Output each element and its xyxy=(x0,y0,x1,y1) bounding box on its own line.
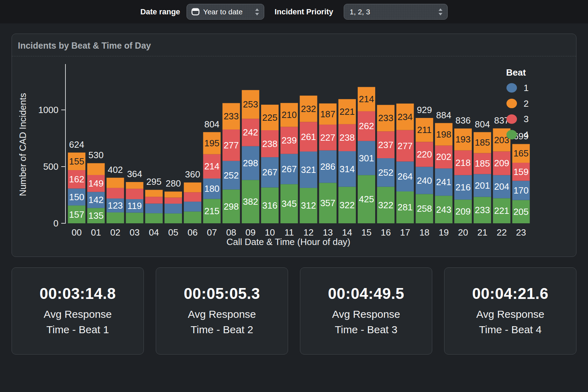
segment-label: 277 xyxy=(398,141,413,151)
legend-label[interactable]: 1 xyxy=(524,83,528,93)
stat-label: Avg Response Time - Beat 3 xyxy=(324,307,408,337)
bar-segment-01-beat2[interactable] xyxy=(87,163,105,175)
bar-total-label: 836 xyxy=(455,115,470,126)
bar-segment-05-beat3[interactable] xyxy=(164,197,182,203)
legend-label[interactable]: 2 xyxy=(524,98,528,109)
legend-swatch-beat-3[interactable] xyxy=(506,114,517,124)
x-tick-label: 06 xyxy=(188,227,198,238)
stat-card-beat-3: 00:04:49.5 Avg Response Time - Beat 3 xyxy=(300,267,432,355)
segment-label: 240 xyxy=(417,175,432,186)
segment-label: 345 xyxy=(282,198,297,209)
bar-total-label: 530 xyxy=(89,150,104,160)
bar-segment-06-beat2[interactable] xyxy=(184,182,201,192)
bar-segment-02-beat4[interactable] xyxy=(106,212,124,223)
bar-segment-06-beat3[interactable] xyxy=(184,192,201,202)
segment-label: 214 xyxy=(359,94,374,104)
segment-label: 239 xyxy=(282,135,297,146)
segment-label: 321 xyxy=(301,164,316,175)
segment-label: 382 xyxy=(243,196,258,207)
bar-segment-02-beat3[interactable] xyxy=(106,188,124,198)
updown-arrows-icon xyxy=(254,7,260,16)
segment-label: 209 xyxy=(455,206,470,217)
date-range-select[interactable]: Year to date xyxy=(187,4,264,20)
calendar-icon xyxy=(191,7,200,16)
segment-label: 237 xyxy=(378,140,393,150)
stacked-bar-chart: 05001000Number of CAD Incidents157150162… xyxy=(12,56,576,257)
segment-label: 262 xyxy=(359,121,374,131)
segment-label: 201 xyxy=(475,180,490,191)
bar-segment-02-beat2[interactable] xyxy=(106,178,124,188)
segment-label: 298 xyxy=(224,201,239,212)
segment-label: 234 xyxy=(398,112,413,122)
segment-label: 165 xyxy=(513,148,528,159)
bar-total-label: 929 xyxy=(417,105,432,115)
bar-segment-04-beat2[interactable] xyxy=(145,190,163,197)
bar-segment-04-beat3[interactable] xyxy=(145,197,163,203)
segment-label: 322 xyxy=(378,200,393,210)
x-tick-label: 19 xyxy=(439,227,449,238)
segment-label: 221 xyxy=(340,106,355,117)
bar-segment-05-beat2[interactable] xyxy=(164,191,182,197)
bar-segment-04-beat1[interactable] xyxy=(145,204,163,214)
x-tick-label: 15 xyxy=(362,227,372,238)
bar-segment-03-beat2[interactable] xyxy=(126,182,144,189)
segment-label: 202 xyxy=(436,152,451,162)
segment-label: 301 xyxy=(359,153,374,163)
segment-label: 298 xyxy=(243,158,258,168)
legend-label[interactable]: 4 xyxy=(524,130,528,140)
legend-swatch-beat-1[interactable] xyxy=(506,83,517,93)
segment-label: 233 xyxy=(224,111,239,121)
stat-card-beat-2: 00:05:05.3 Avg Response Time - Beat 2 xyxy=(156,267,288,355)
x-tick-label: 02 xyxy=(110,227,120,238)
segment-label: 267 xyxy=(262,167,277,177)
x-tick-label: 04 xyxy=(149,227,159,238)
bar-segment-05-beat1[interactable] xyxy=(164,204,182,214)
bar-total-label: 364 xyxy=(127,169,142,179)
bar-segment-06-beat1[interactable] xyxy=(184,202,201,211)
segment-label: 195 xyxy=(204,138,219,148)
stat-value: 00:03:14.8 xyxy=(40,285,116,302)
chart-svg: 05001000Number of CAD Incidents157150162… xyxy=(12,56,576,257)
segment-label: 314 xyxy=(340,164,355,174)
x-tick-label: 20 xyxy=(458,227,468,238)
x-tick-label: 18 xyxy=(419,227,429,238)
date-range-value: Year to date xyxy=(203,8,243,16)
segment-label: 316 xyxy=(262,200,277,211)
segment-label: 157 xyxy=(69,209,84,220)
x-tick-label: 21 xyxy=(477,227,488,238)
bar-segment-03-beat3[interactable] xyxy=(126,189,144,199)
bar-total-label: 804 xyxy=(475,119,490,130)
segment-label: 150 xyxy=(69,192,84,202)
date-range-label: Date range xyxy=(140,7,180,16)
incident-priority-select[interactable]: 1, 2, 3 xyxy=(344,4,448,20)
segment-label: 180 xyxy=(204,183,219,194)
chart-panel: Incidents by Beat & Time of Day 05001000… xyxy=(12,34,576,257)
x-tick-label: 17 xyxy=(400,227,410,238)
segment-label: 185 xyxy=(475,158,490,169)
bar-total-label: 295 xyxy=(146,176,161,187)
stat-cards-row: 00:03:14.8 Avg Response Time - Beat 1 00… xyxy=(12,267,576,355)
segment-label: 119 xyxy=(127,201,142,211)
bar-segment-04-beat4[interactable] xyxy=(145,213,163,223)
x-tick-label: 01 xyxy=(91,227,101,238)
stat-value: 00:04:49.5 xyxy=(328,285,404,302)
segment-label: 267 xyxy=(282,164,297,174)
bar-segment-03-beat4[interactable] xyxy=(126,213,144,223)
segment-label: 187 xyxy=(320,109,335,119)
segment-label: 322 xyxy=(340,200,355,210)
legend-swatch-beat-4[interactable] xyxy=(506,130,517,139)
segment-label: 123 xyxy=(108,200,123,211)
segment-label: 286 xyxy=(320,161,335,172)
segment-label: 162 xyxy=(69,174,84,184)
segment-label: 243 xyxy=(436,204,451,215)
incident-priority-label: Incident Priority xyxy=(275,7,333,16)
legend-label[interactable]: 3 xyxy=(524,114,528,124)
bar-segment-06-beat4[interactable] xyxy=(184,211,201,223)
legend-swatch-beat-2[interactable] xyxy=(506,99,517,108)
x-tick-label: 11 xyxy=(285,227,294,238)
segment-label: 209 xyxy=(494,158,509,168)
stat-label: Avg Response Time - Beat 4 xyxy=(468,307,552,337)
x-tick-label: 03 xyxy=(130,227,140,238)
bar-segment-05-beat4[interactable] xyxy=(164,214,182,223)
segment-label: 155 xyxy=(69,156,84,167)
